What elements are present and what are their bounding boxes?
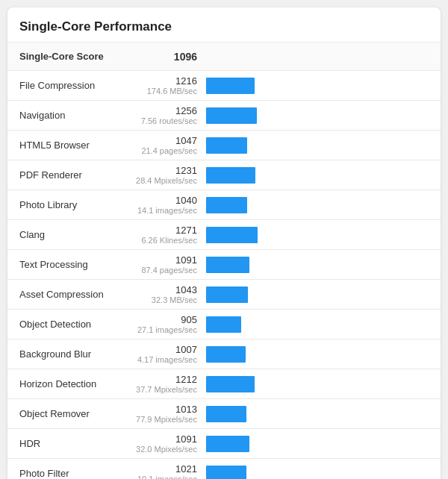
bench-bar-container [206,466,429,480]
bench-score: 1256 [175,105,197,116]
bench-bar-container [206,316,429,333]
bench-bar-container [206,107,429,124]
table-row: HTML5 Browser104721.4 pages/sec [7,130,441,160]
page-title: Single-Core Performance [7,19,441,42]
bench-bar [206,78,255,94]
table-row: PDF Renderer123128.4 Mpixels/sec [7,160,441,190]
bench-bar [206,257,249,273]
bench-unit: 10.1 images/sec [137,475,197,479]
bench-score-group: 109132.0 Mpixels/sec [131,433,206,454]
bench-name: Photo Filter [19,468,131,479]
bench-score: 1231 [175,165,197,176]
bench-unit: 28.4 Mpixels/sec [136,176,197,185]
bench-unit: 21.4 pages/sec [141,146,197,155]
bench-score: 1212 [175,374,197,385]
bench-bar-container [206,197,429,213]
bench-unit: 32.3 MB/sec [152,295,197,304]
bench-bar-container [206,406,429,422]
bench-name: Background Blur [19,348,131,360]
bench-score-group: 10074.17 images/sec [131,344,206,364]
bench-score-group: 123128.4 Mpixels/sec [131,165,206,185]
bench-bar [206,287,248,303]
bench-name: HTML5 Browser [19,140,131,151]
bench-score-group: 104014.1 images/sec [131,195,206,215]
bench-name: HDR [19,438,131,449]
bench-score: 1043 [175,284,197,295]
bench-name: Photo Library [19,199,131,210]
table-row: Clang12716.26 Klines/sec [7,219,441,249]
bench-score-group: 1216174.6 MB/sec [131,75,206,96]
bench-score-group: 121237.7 Mpixels/sec [131,374,206,394]
bench-score: 1216 [175,75,197,87]
table-row: Object Remover101377.9 Mpixels/sec [7,398,441,428]
bench-score-group: 102110.1 images/sec [131,463,206,479]
bench-bar [206,316,241,333]
bench-name: Navigation [19,110,131,121]
bench-bar [206,466,246,480]
bench-bar-container [206,167,429,184]
table-row: Horizon Detection121237.7 Mpixels/sec [7,369,441,398]
bench-score-group: 12567.56 routes/sec [131,105,206,125]
bench-unit: 87.4 pages/sec [141,266,197,275]
bench-name: Text Processing [19,259,131,270]
bench-unit: 14.1 images/sec [137,206,197,215]
bench-score: 1047 [175,135,197,146]
bench-bar-container [206,436,429,452]
bench-bar [206,227,258,243]
bench-score: 905 [181,314,197,325]
bench-unit: 77.9 Mpixels/sec [136,415,197,424]
bench-name: Single-Core Score [19,51,131,62]
bench-bar-container [206,376,429,392]
bench-unit: 174.6 MB/sec [147,87,197,96]
bench-score-group: 90527.1 images/sec [131,314,206,334]
table-row: Background Blur10074.17 images/sec [7,339,441,369]
bench-unit: 37.7 Mpixels/sec [136,385,197,394]
bench-score: 1007 [175,344,197,355]
table-row: Photo Filter102110.1 images/sec [7,458,441,479]
table-row: Text Processing109187.4 pages/sec [7,249,441,279]
bench-name: File Compression [19,80,131,91]
bench-bar-container [206,227,429,243]
bench-unit: 32.0 Mpixels/sec [136,445,197,454]
bench-score: 1040 [175,195,197,206]
bench-name: Horizon Detection [19,378,131,389]
bench-score: 1013 [175,404,197,415]
bench-bar-container [206,137,429,154]
bench-bar-container [206,346,429,363]
bench-bar [206,346,246,363]
bench-bar [206,167,255,184]
table-row: File Compression1216174.6 MB/sec [7,70,441,100]
bench-score-group: 12716.26 Klines/sec [131,225,206,245]
bench-name: Object Remover [19,408,131,419]
bench-score-group: 109187.4 pages/sec [131,254,206,275]
bench-score-group: 101377.9 Mpixels/sec [131,404,206,424]
table-row: HDR109132.0 Mpixels/sec [7,428,441,458]
bench-name: Clang [19,229,131,240]
bench-score: 1021 [175,463,197,475]
bench-name: Asset Compression [19,289,131,300]
bench-score: 1091 [175,433,197,445]
bench-bar [206,436,249,452]
bench-unit: 27.1 images/sec [137,325,197,334]
bench-score: 1271 [175,225,197,236]
card: Single-Core Performance Single-Core Scor… [7,7,441,479]
bench-bar [206,376,255,392]
bench-unit: 7.56 routes/sec [141,116,197,125]
table-row: Object Detection90527.1 images/sec [7,309,441,339]
bench-unit: 6.26 Klines/sec [141,236,197,245]
bench-bar-container [206,287,429,303]
bench-bar [206,406,246,422]
bench-score-group: 1096 [131,51,206,63]
table-row: Photo Library104014.1 images/sec [7,190,441,219]
bench-unit: 4.17 images/sec [137,355,197,364]
table-row: Asset Compression104332.3 MB/sec [7,279,441,309]
bench-bar [206,137,247,154]
bench-score-group: 104721.4 pages/sec [131,135,206,155]
table-row: Navigation12567.56 routes/sec [7,100,441,130]
bench-score-group: 104332.3 MB/sec [131,284,206,304]
bench-score: 1091 [175,254,197,266]
bench-bar [206,107,257,124]
bench-score: 1096 [174,51,197,63]
bench-bar-container [206,78,429,94]
bench-name: PDF Renderer [19,169,131,181]
